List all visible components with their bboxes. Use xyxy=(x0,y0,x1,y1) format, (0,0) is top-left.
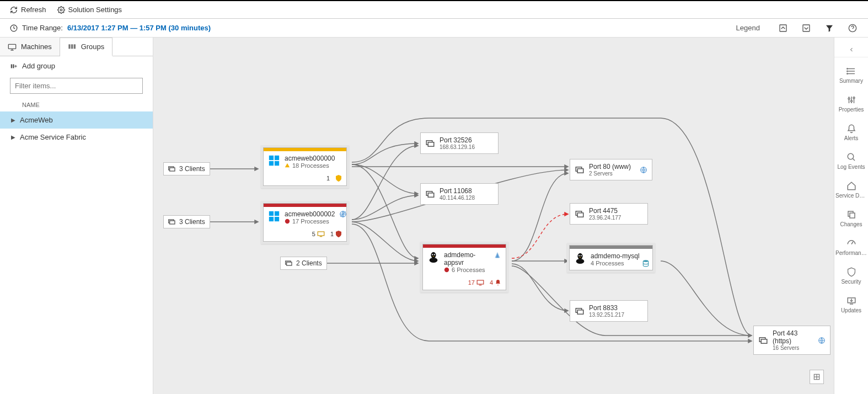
rightbar-updates[interactable]: Updates xyxy=(834,290,868,319)
svg-point-53 xyxy=(581,255,582,256)
search-icon xyxy=(846,152,857,162)
sidebar-item-acmeweb[interactable]: ▶ AcmeWeb xyxy=(0,111,153,129)
summary-icon xyxy=(846,66,857,76)
clock-icon xyxy=(10,24,18,32)
gauge-icon xyxy=(846,238,857,248)
svg-rect-3 xyxy=(803,25,810,31)
edges-layer xyxy=(153,38,834,394)
svg-rect-20 xyxy=(287,262,292,265)
node-subtitle: 4 Processes xyxy=(591,260,648,267)
rightbar-alerts[interactable]: Alerts xyxy=(834,118,868,147)
filter-input[interactable] xyxy=(10,78,143,94)
time-range-value[interactable]: 6/13/2017 1:27 PM — 1:57 PM (30 minutes) xyxy=(67,24,211,32)
fit-to-screen-button[interactable] xyxy=(810,370,824,384)
rightbar-label: Performanc... xyxy=(835,250,867,256)
caret-right-icon: ▶ xyxy=(11,134,15,140)
shield-icon xyxy=(335,174,342,182)
rightbar: Summary Properties Alerts Log Events Ser… xyxy=(834,38,868,394)
node-port-11068[interactable]: Port 11068 40.114.46.128 xyxy=(420,183,499,205)
node-port-4475[interactable]: Port 4475 23.96.24.177 xyxy=(570,203,648,225)
node-port-32526[interactable]: Port 32526 168.63.129.16 xyxy=(420,132,499,154)
node-admdemo-mysql[interactable]: admdemo-mysql 4 Processes xyxy=(567,243,655,273)
svg-rect-35 xyxy=(428,142,434,146)
svg-rect-10 xyxy=(68,44,70,49)
rightbar-log-events[interactable]: Log Events xyxy=(834,147,868,175)
desktop-error-icon xyxy=(476,279,484,286)
rightbar-label: Updates xyxy=(835,307,867,313)
timebar: Time Range: 6/13/2017 1:27 PM — 1:57 PM … xyxy=(0,19,868,38)
topbar: Refresh Solution Settings xyxy=(0,0,868,19)
node-port-443[interactable]: Port 443 (https) 16 Servers xyxy=(753,326,831,355)
filter-button[interactable] xyxy=(824,23,835,34)
svg-rect-21 xyxy=(269,156,274,160)
node-port-80[interactable]: Port 80 (www) 2 Servers xyxy=(570,159,652,180)
svg-rect-2 xyxy=(780,25,786,31)
svg-rect-14 xyxy=(13,64,14,68)
rightbar-changes[interactable]: Changes xyxy=(834,204,868,233)
svg-rect-11 xyxy=(71,44,73,49)
svg-rect-49 xyxy=(577,212,583,217)
tab-machines-label: Machines xyxy=(21,42,52,51)
port-subtitle: 2 Servers xyxy=(589,171,635,177)
svg-point-68 xyxy=(846,73,848,74)
svg-rect-32 xyxy=(318,232,324,236)
node-acmeweb000000[interactable]: acmeweb000000 18 Processes 1 xyxy=(261,145,349,188)
svg-rect-18 xyxy=(170,221,175,224)
node-clients-1[interactable]: 3 Clients xyxy=(163,162,210,175)
node-subtitle: 17 Processes xyxy=(292,218,329,225)
rightbar-summary[interactable]: Summary xyxy=(834,61,868,89)
filter-box xyxy=(10,78,143,94)
svg-rect-37 xyxy=(428,193,434,197)
rightbar-label: Summary xyxy=(835,78,867,84)
chevron-left-icon xyxy=(848,46,855,53)
node-clients-2[interactable]: 3 Clients xyxy=(163,215,210,228)
tab-machines[interactable]: Machines xyxy=(0,38,60,56)
add-group-button[interactable]: Add group xyxy=(0,56,153,76)
caret-right-icon: ▶ xyxy=(11,117,15,123)
refresh-icon xyxy=(10,6,18,14)
database-icon xyxy=(642,259,650,267)
svg-rect-26 xyxy=(275,211,279,216)
time-range-label: Time Range: xyxy=(22,24,63,32)
svg-rect-7 xyxy=(8,44,15,49)
legend-button[interactable]: Legend xyxy=(736,24,760,32)
add-group-label: Add group xyxy=(22,62,55,70)
sidebar-tabs: Machines Groups xyxy=(0,38,153,56)
svg-point-29 xyxy=(285,219,290,223)
list-item-label: Acme Service Fabric xyxy=(20,133,86,141)
list-header-name: NAME xyxy=(0,98,153,111)
help-icon xyxy=(848,24,857,33)
port-title: Port 4475 xyxy=(589,207,621,215)
node-port-8833[interactable]: Port 8833 13.92.251.217 xyxy=(570,300,648,322)
download-monitor-icon xyxy=(846,296,857,306)
svg-rect-23 xyxy=(269,161,274,166)
rightbar-security[interactable]: Security xyxy=(834,262,868,290)
svg-line-76 xyxy=(853,158,855,161)
alert-count: 1 xyxy=(330,231,334,237)
svg-marker-4 xyxy=(826,25,833,31)
globe-icon xyxy=(640,166,647,174)
sliders-icon xyxy=(846,95,857,105)
node-admdemo-appsvr[interactable]: admdemo-appsvr 6 Processes 17 4 xyxy=(420,242,508,292)
collapse-all-button[interactable] xyxy=(778,23,789,34)
collapse-rightbar-button[interactable] xyxy=(834,42,868,57)
rightbar-properties[interactable]: Properties xyxy=(834,89,868,118)
node-acmeweb000002[interactable]: acmeweb000002 17 Processes 5 1 xyxy=(261,201,349,244)
svg-point-41 xyxy=(434,254,435,255)
rightbar-service-desk[interactable]: Service Desk xyxy=(834,175,868,204)
expand-all-button[interactable] xyxy=(801,23,812,34)
help-button[interactable] xyxy=(847,23,858,34)
svg-point-0 xyxy=(60,9,62,11)
solution-settings-button[interactable]: Solution Settings xyxy=(57,6,122,14)
refresh-button[interactable]: Refresh xyxy=(10,6,46,14)
node-title: acmeweb000000 xyxy=(285,155,335,162)
sidebar-item-acme-service-fabric[interactable]: ▶ Acme Service Fabric xyxy=(0,129,153,146)
alert-count: 17 xyxy=(468,279,475,286)
node-clients-3[interactable]: 2 Clients xyxy=(280,257,327,270)
tab-groups[interactable]: Groups xyxy=(60,38,113,56)
svg-point-40 xyxy=(432,254,433,255)
rightbar-performance[interactable]: Performanc... xyxy=(834,233,868,262)
bell-icon xyxy=(495,279,501,286)
svg-point-51 xyxy=(576,259,585,264)
canvas[interactable]: 3 Clients 3 Clients 2 Clients acmeweb000… xyxy=(153,38,834,394)
